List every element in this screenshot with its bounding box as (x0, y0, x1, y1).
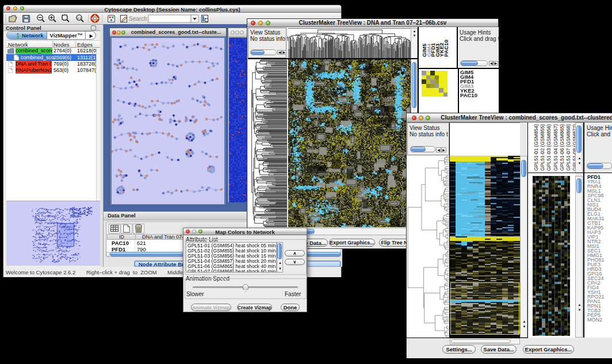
svg-text:Search:: Search: (129, 16, 148, 22)
svg-text:1:1: 1:1 (77, 16, 81, 20)
